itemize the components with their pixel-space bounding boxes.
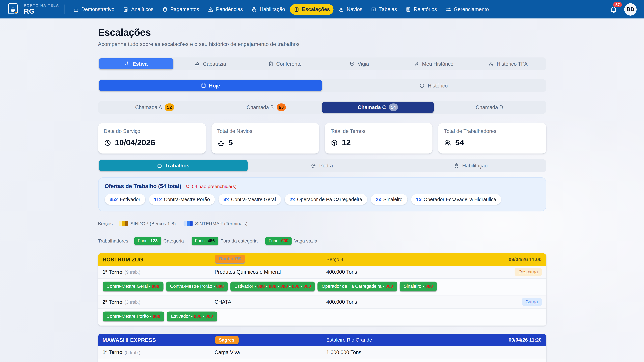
- func-chip: Func -000: [265, 237, 292, 245]
- work-chip-separator: -: [300, 284, 304, 289]
- section-tabs: TrabalhosPedraHabilitação: [98, 159, 546, 172]
- user-search-icon: [488, 61, 494, 66]
- work-chip-operador-de-pa-carregadeira[interactable]: Operador de Pá Carregadeira - 000: [318, 281, 397, 291]
- nav-item-gerenciamento[interactable]: Gerenciamento: [442, 4, 492, 14]
- work-chip-contra-mestre-porao[interactable]: Contra-Mestre Porão - 000: [102, 311, 164, 321]
- nav-item-relatorios[interactable]: Relatórios: [402, 4, 440, 14]
- tab-conferente[interactable]: Conferente: [248, 58, 322, 69]
- work-chip-contra-mestre-porao[interactable]: Contra-Mestre Porão - 000: [166, 281, 228, 291]
- section-tab-trabalhos[interactable]: Trabalhos: [99, 160, 248, 171]
- tab-capatazia[interactable]: Capatazia: [173, 58, 248, 69]
- terno-row-rostrum-zug-1-terno: 1º Terno(9 trab.)Produtos Químicos e Min…: [98, 266, 546, 279]
- nav-item-label: Habilitação: [260, 6, 285, 12]
- tab-label: Meu Histórico: [422, 61, 453, 67]
- workers-legend: Trabalhadores: Func -123CategoriaFunc -4…: [98, 237, 546, 245]
- tab-vigia[interactable]: Vigia: [322, 58, 396, 69]
- nav-item-demonstrativo[interactable]: Demonstrativo: [70, 4, 118, 14]
- ship-icon: [338, 6, 344, 12]
- stat-label: Total de Navios: [217, 129, 314, 134]
- brand-bottom-label: RG: [24, 8, 59, 15]
- tab-label: Chamada D: [476, 104, 503, 110]
- history-icon: [420, 83, 425, 88]
- work-chip-slot: 000: [257, 284, 265, 289]
- workers-legend-label: Trabalhadores:: [98, 238, 130, 243]
- operation-badge: Carga: [522, 298, 542, 306]
- nav-item-habilitacao[interactable]: Habilitação: [248, 4, 289, 14]
- tab-label: Histórico: [428, 83, 448, 88]
- nav-menu: DemonstrativoAnalíticosPagamentosPendênc…: [70, 4, 610, 14]
- work-chip-label: Estivador: [171, 314, 190, 319]
- app-root: PORTO NA TELA RG DemonstrativoAnalíticos…: [0, 0, 644, 362]
- ship-header[interactable]: MAWASHI EXPRESSSagresEstaleiro Rio Grand…: [98, 334, 546, 347]
- ship-header[interactable]: ROSTRUM ZUGRocha RSBerço 409/04/26 11:00: [98, 253, 546, 266]
- tab-historico-tpa[interactable]: Histórico TPA: [471, 58, 545, 69]
- notification-count-badge: 57: [613, 2, 622, 7]
- offer-chip-sinaleiro: 2xSinaleiro: [371, 194, 407, 205]
- work-chip-separator: -: [149, 314, 153, 319]
- brand[interactable]: PORTO NA TELA RG: [6, 2, 59, 16]
- ship-list: ROSTRUM ZUGRocha RSBerço 409/04/26 11:00…: [98, 253, 546, 362]
- chamada-tab-chamada-d[interactable]: Chamada D: [434, 102, 546, 113]
- terno-chips-row: Contra-Mestre Porão - 000Estivador - 000…: [98, 309, 546, 326]
- bercos-legend-items: SINDOP (Berços 1-8)SINTERMAR (Terminais): [117, 221, 248, 226]
- tab-count-badge: 52: [165, 103, 174, 111]
- terno-workers-label: (3 trab.): [124, 300, 140, 304]
- offer-label: Contra-Mestre Geral: [231, 197, 276, 202]
- section-tab-habilitacao[interactable]: Habilitação: [396, 160, 545, 171]
- tab-label: Conferente: [276, 61, 302, 67]
- work-chip-estivador[interactable]: Estivador - 000 - 000 - 000 - 000 - 000: [230, 281, 315, 291]
- bercos-legend: Berços: SINDOP (Berços 1-8)SINTERMAR (Te…: [98, 221, 546, 226]
- nav-item-pendencias[interactable]: Pendências: [204, 4, 246, 14]
- ship-location: Estaleiro Rio Grande: [326, 337, 509, 343]
- bercos-legend-label: Berços:: [98, 221, 114, 226]
- work-chip-label: Sinaleiro: [404, 284, 421, 289]
- notifications-button[interactable]: 57: [610, 5, 618, 13]
- avatar[interactable]: BD: [624, 3, 636, 15]
- work-chip-estivador[interactable]: Estivador - 000 - 000: [167, 311, 217, 321]
- tab-estiva[interactable]: Estiva: [99, 58, 173, 69]
- nav-item-label: Escalações: [302, 6, 330, 12]
- tab-meu-historico[interactable]: Meu Histórico: [396, 58, 471, 69]
- nav-item-escalacoes[interactable]: Escalações: [290, 4, 334, 14]
- func-value: 456: [208, 239, 215, 243]
- coins-icon: [162, 6, 168, 12]
- nav-item-tabelas[interactable]: Tabelas: [367, 4, 401, 14]
- terno-name-label: 2º Terno: [102, 299, 122, 305]
- offers-title: Ofertas de Trabalho (54 total): [104, 183, 181, 189]
- offer-label: Sinaleiro: [383, 197, 402, 202]
- brand-logo-icon: [6, 2, 20, 16]
- worker-legend-vaga-vazia: Func -000Vaga vazia: [265, 237, 317, 245]
- work-chip-label: Contra-Mestre Porão: [107, 314, 149, 319]
- alert-icon: [208, 6, 214, 12]
- stat-value-row: 5: [217, 138, 314, 147]
- nav-item-label: Analíticos: [131, 6, 154, 12]
- work-chip-slot: 000: [216, 284, 224, 289]
- work-chip-separator: -: [382, 284, 386, 289]
- section-tab-pedra[interactable]: Pedra: [248, 160, 396, 171]
- berco-legend-label: SINTERMAR (Terminais): [195, 221, 248, 226]
- period-tab-historico[interactable]: Histórico: [322, 80, 545, 91]
- work-chip-sinaleiro[interactable]: Sinaleiro - 000: [400, 281, 437, 291]
- nav-item-pagamentos[interactable]: Pagamentos: [158, 4, 203, 14]
- period-tab-hoje[interactable]: Hoje: [99, 80, 322, 91]
- offers-warning: 54 não preenchida(s): [186, 184, 237, 189]
- work-chip-contra-mestre-geral[interactable]: Contra-Mestre Geral - 000: [102, 281, 163, 291]
- calendar-icon: [201, 83, 206, 88]
- chamada-tab-chamada-b[interactable]: Chamada B63: [210, 102, 322, 113]
- nav-item-navios[interactable]: Navios: [335, 4, 366, 14]
- chamada-tab-chamada-c[interactable]: Chamada C54: [322, 102, 434, 113]
- chamada-tab-chamada-a[interactable]: Chamada A52: [99, 102, 210, 113]
- stat-value-row: 54: [444, 138, 540, 147]
- func-prefix: Func -: [195, 239, 207, 243]
- work-chip-label: Contra-Mestre Porão: [170, 284, 212, 289]
- nav-item-analiticos[interactable]: Analíticos: [119, 4, 157, 14]
- work-chip-separator: -: [276, 284, 280, 289]
- terno-tons: 1,000.000 Tons: [326, 350, 542, 355]
- nav-item-label: Pagamentos: [170, 6, 199, 12]
- func-chip: Func -123: [134, 237, 161, 245]
- worker-legend-fora-da-categoria: Func -456Fora da categoria: [192, 237, 258, 245]
- stat-value: 5: [228, 138, 233, 147]
- hook-icon: [124, 61, 130, 66]
- hardhat-icon: [195, 61, 200, 66]
- berco-legend-label: SINDOP (Berços 1-8): [130, 221, 176, 226]
